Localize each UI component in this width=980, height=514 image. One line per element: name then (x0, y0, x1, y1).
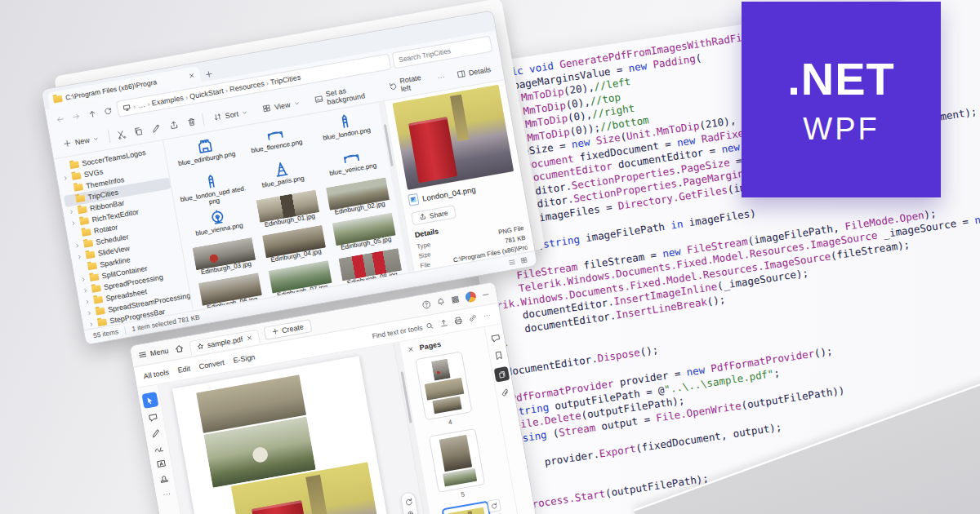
back-icon[interactable] (52, 112, 68, 127)
notifications-bell-icon[interactable] (436, 297, 447, 308)
share-button-label: Share (429, 208, 448, 219)
chevron-right-icon[interactable] (87, 321, 95, 328)
folder-icon (85, 251, 95, 259)
rotate-right-icon[interactable] (488, 498, 501, 512)
minimize-icon[interactable] (481, 290, 491, 299)
dotnet-logo-text: .NET (787, 52, 895, 105)
more-options-icon[interactable] (434, 71, 448, 85)
page-thumbnail-card[interactable] (429, 428, 485, 493)
chevron-right-icon[interactable] (68, 208, 75, 215)
sort-button-label: Sort (225, 109, 239, 120)
share-icon[interactable] (166, 117, 181, 133)
plus-circle-icon (62, 138, 73, 148)
close-icon[interactable] (407, 346, 414, 353)
comment-icon[interactable] (147, 412, 158, 423)
new-tab-icon[interactable] (204, 69, 214, 79)
chevron-right-icon[interactable] (82, 287, 89, 295)
more-options-icon[interactable] (482, 310, 492, 321)
details-toggle-button[interactable]: Details (451, 61, 497, 82)
list-view-icon[interactable] (508, 258, 516, 266)
create-button-label: Create (281, 322, 304, 335)
page-thumbnail[interactable] (436, 499, 504, 514)
avatar[interactable] (465, 290, 477, 303)
bookmark-icon[interactable] (492, 350, 504, 361)
rotate-left-label: Rotate left (399, 73, 426, 93)
up-icon[interactable] (85, 106, 100, 122)
help-icon[interactable] (421, 299, 432, 310)
star-icon[interactable] (195, 342, 205, 352)
page-thumbnail[interactable]: 4 (409, 350, 479, 431)
large-icons-view-icon[interactable] (520, 256, 528, 264)
pages-icon[interactable] (494, 366, 510, 383)
menu-item-all-tools[interactable]: All tools (143, 368, 170, 380)
menu-item-edit[interactable]: Edit (177, 364, 191, 374)
wpf-label: WPF (803, 112, 879, 147)
folder-icon (96, 308, 105, 316)
chevron-right-icon[interactable] (69, 219, 77, 227)
zoom-in-icon[interactable] (406, 509, 416, 514)
new-button-label: New (74, 135, 90, 146)
textbox-icon[interactable] (155, 458, 167, 469)
forward-icon[interactable] (69, 109, 84, 125)
breadcrumb-item[interactable]: QuickStart (187, 86, 226, 101)
apps-grid-icon[interactable] (450, 295, 461, 305)
thumbnail-image (439, 435, 472, 472)
details-button-label: Details (468, 65, 492, 78)
cut-icon[interactable] (113, 126, 128, 142)
select-tool-button[interactable] (141, 392, 158, 409)
menu-item-e-sign[interactable]: E-Sign (233, 352, 256, 365)
breadcrumb-item[interactable]: Resources (227, 79, 267, 94)
view-button[interactable]: View (256, 95, 305, 117)
chevron-right-icon[interactable] (86, 309, 93, 317)
chevron-right-icon[interactable] (80, 276, 87, 283)
stamp-icon[interactable] (158, 473, 170, 485)
view-icon (261, 103, 272, 113)
page-thumbnail-card[interactable] (415, 351, 472, 420)
rotate-right-icon[interactable] (403, 497, 414, 507)
refresh-icon[interactable] (101, 104, 115, 117)
attachment-icon[interactable] (500, 388, 511, 399)
page-thumbnail[interactable]: 5 (423, 428, 492, 503)
ellipsis-icon[interactable] (161, 489, 172, 500)
chevron-down-icon (241, 109, 248, 116)
file-name: blue_london.png (323, 127, 372, 143)
comment-icon[interactable] (490, 333, 501, 344)
breadcrumb-separator: › (133, 103, 136, 110)
copy-icon[interactable] (131, 123, 146, 139)
pdf-page (172, 356, 402, 514)
upload-icon[interactable] (439, 318, 449, 329)
folder-icon (74, 184, 83, 192)
breadcrumb-item[interactable]: TripCities (268, 73, 301, 87)
print-icon[interactable] (453, 316, 464, 326)
share-button[interactable]: Share (411, 205, 457, 225)
new-button[interactable]: New (57, 131, 105, 153)
chevron-right-icon[interactable] (83, 298, 91, 305)
chevron-right-icon[interactable] (76, 253, 83, 260)
link-icon[interactable] (468, 313, 479, 324)
menu-label: Menu (149, 346, 169, 357)
close-icon[interactable] (245, 334, 252, 341)
breadcrumb-ellipsis[interactable]: … (137, 100, 146, 109)
chevron-right-icon[interactable] (62, 175, 69, 182)
chevron-right-icon[interactable] (74, 241, 81, 249)
monitor-icon (122, 103, 132, 113)
breadcrumb-item[interactable]: Examples (149, 93, 186, 108)
toolbar-divider (202, 113, 205, 126)
folder-icon (91, 285, 101, 293)
menu-button[interactable]: Menu (137, 346, 169, 360)
file-name: blue_vienna.png (195, 223, 243, 238)
pencil-icon[interactable] (150, 428, 162, 439)
folder-icon (97, 318, 107, 326)
share-icon (418, 212, 426, 220)
close-icon[interactable] (188, 72, 195, 79)
chevron-down-icon (92, 135, 100, 142)
delete-icon[interactable] (184, 114, 199, 130)
home-icon[interactable] (173, 343, 185, 354)
rename-icon[interactable] (149, 120, 164, 135)
folder-icon (71, 172, 81, 180)
image-icon (314, 94, 324, 104)
sort-button[interactable]: Sort (207, 104, 254, 125)
menu-item-convert[interactable]: Convert (198, 358, 225, 370)
details-panel-icon (456, 69, 466, 79)
signature-icon[interactable] (153, 443, 164, 454)
